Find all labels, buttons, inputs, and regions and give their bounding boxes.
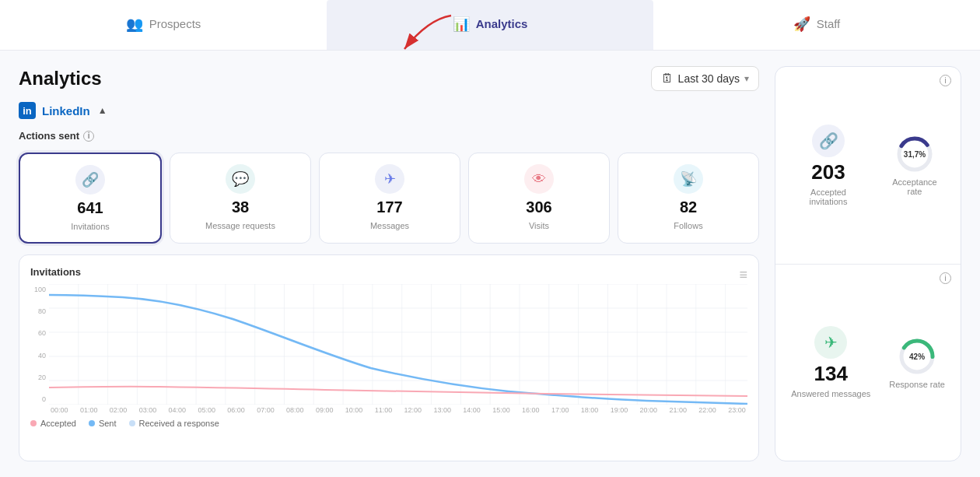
- collapse-icon: ▲: [98, 105, 107, 116]
- visits-number: 306: [526, 198, 551, 216]
- answered-messages-label: Answered messages: [791, 389, 870, 398]
- chart-legend: Accepted Sent Received a response: [30, 419, 747, 428]
- response-rate-label: Response rate: [889, 380, 945, 389]
- follows-number: 82: [680, 198, 697, 216]
- calendar-icon: 🗓: [661, 72, 674, 86]
- x-axis-labels: 00:0001:0002:0003:0004:0005:0006:0007:00…: [49, 406, 747, 414]
- legend-sent-dot: [89, 420, 95, 426]
- visits-icon: 👁: [524, 164, 554, 194]
- acceptance-rate-label: Acceptance rate: [884, 177, 945, 196]
- linkedin-section-header[interactable]: in LinkedIn ▲: [19, 102, 759, 119]
- legend-sent: Sent: [89, 419, 117, 428]
- y-axis: 020406080100: [30, 284, 46, 405]
- messages-icon: ✈: [375, 164, 404, 194]
- right-info-icon-1[interactable]: i: [940, 75, 951, 86]
- right-panel: i 🔗 203 Accepted invitations 31,7%: [775, 66, 961, 461]
- stat-cards-row: 🔗 641 Invitations 💬 38 Message requests …: [19, 153, 759, 244]
- acceptance-rate-stat: 31,7% Acceptance rate: [884, 134, 945, 196]
- prospects-icon: 👥: [126, 16, 143, 33]
- accepted-invitations-label: Accepted invitations: [791, 188, 866, 206]
- info-icon[interactable]: i: [83, 131, 94, 142]
- stat-card-visits[interactable]: 👁 306 Visits: [468, 153, 610, 244]
- legend-accepted: Accepted: [30, 419, 76, 428]
- answered-messages-stat: ✈ 134 Answered messages: [791, 326, 870, 398]
- acceptance-rate-donut: 31,7%: [894, 134, 935, 174]
- chart-title: Invitations: [30, 266, 81, 278]
- stat-card-messages[interactable]: ✈ 177 Messages: [319, 153, 460, 244]
- invitations-number: 641: [77, 199, 103, 217]
- linkedin-label: LinkedIn: [42, 104, 90, 117]
- tab-analytics[interactable]: 📊 Analytics: [327, 0, 653, 50]
- right-stat-pair-1: 🔗 203 Accepted invitations 31,7% Accepta…: [791, 125, 945, 206]
- tab-staff-label: Staff: [817, 17, 841, 30]
- date-filter-button[interactable]: 🗓 Last 30 days ▾: [651, 66, 759, 91]
- tab-prospects-label: Prospects: [149, 17, 201, 30]
- right-info-icon-2[interactable]: i: [940, 272, 951, 284]
- message-requests-number: 38: [232, 198, 249, 216]
- response-rate-stat: 42% Response rate: [889, 336, 945, 389]
- chevron-down-icon: ▾: [744, 73, 749, 84]
- right-stat-pair-2: ✈ 134 Answered messages 42% Response rat…: [791, 326, 945, 398]
- stat-card-invitations[interactable]: 🔗 641 Invitations: [19, 153, 162, 244]
- acceptance-rate-value: 31,7%: [904, 150, 926, 159]
- right-block-messages: i ✈ 134 Answered messages 42% Respon: [775, 264, 961, 461]
- header-row: Analytics 🗓 Last 30 days ▾: [19, 66, 759, 91]
- linkedin-logo: in: [19, 102, 36, 119]
- chart-section: Invitations ≡ 020406080100: [19, 254, 759, 461]
- legend-accepted-dot: [30, 420, 37, 426]
- answered-messages-number: 134: [814, 362, 848, 386]
- actions-sent-label: Actions sent i: [19, 130, 759, 142]
- tab-prospects[interactable]: 👥 Prospects: [0, 0, 327, 50]
- tab-analytics-label: Analytics: [476, 17, 528, 30]
- messages-number: 177: [376, 198, 402, 216]
- staff-icon: 🚀: [793, 16, 810, 33]
- accepted-invitations-icon: 🔗: [812, 125, 845, 157]
- invitations-label: Invitations: [71, 222, 110, 231]
- page-title: Analytics: [19, 68, 102, 89]
- message-requests-icon: 💬: [226, 164, 255, 194]
- left-panel: Analytics 🗓 Last 30 days ▾ in LinkedIn ▲…: [19, 66, 759, 461]
- date-filter-label: Last 30 days: [678, 72, 740, 85]
- stat-card-message-requests[interactable]: 💬 38 Message requests: [170, 153, 311, 244]
- follows-label: Follows: [674, 221, 702, 230]
- visits-label: Visits: [529, 221, 549, 230]
- stat-card-follows[interactable]: 📡 82 Follows: [618, 153, 759, 244]
- message-requests-label: Message requests: [205, 221, 275, 230]
- chart-menu-icon[interactable]: ≡: [739, 267, 747, 283]
- legend-response: Received a response: [129, 419, 219, 428]
- invitations-icon: 🔗: [75, 165, 105, 195]
- tab-staff[interactable]: 🚀 Staff: [653, 0, 980, 50]
- main-content: Analytics 🗓 Last 30 days ▾ in LinkedIn ▲…: [0, 51, 980, 477]
- chart-area: [49, 284, 747, 405]
- follows-icon: 📡: [674, 164, 703, 194]
- response-rate-value: 42%: [909, 352, 925, 360]
- answered-messages-icon: ✈: [814, 326, 847, 359]
- analytics-icon: 📊: [453, 16, 470, 33]
- messages-label: Messages: [370, 221, 409, 230]
- response-rate-donut: 42%: [897, 336, 937, 377]
- accepted-invitations-stat: 🔗 203 Accepted invitations: [791, 125, 866, 206]
- right-block-invitations: i 🔗 203 Accepted invitations 31,7%: [775, 67, 961, 264]
- top-navigation: 👥 Prospects 📊 Analytics 🚀 Staff: [0, 0, 980, 51]
- legend-response-dot: [129, 420, 135, 426]
- accepted-invitations-number: 203: [811, 160, 845, 184]
